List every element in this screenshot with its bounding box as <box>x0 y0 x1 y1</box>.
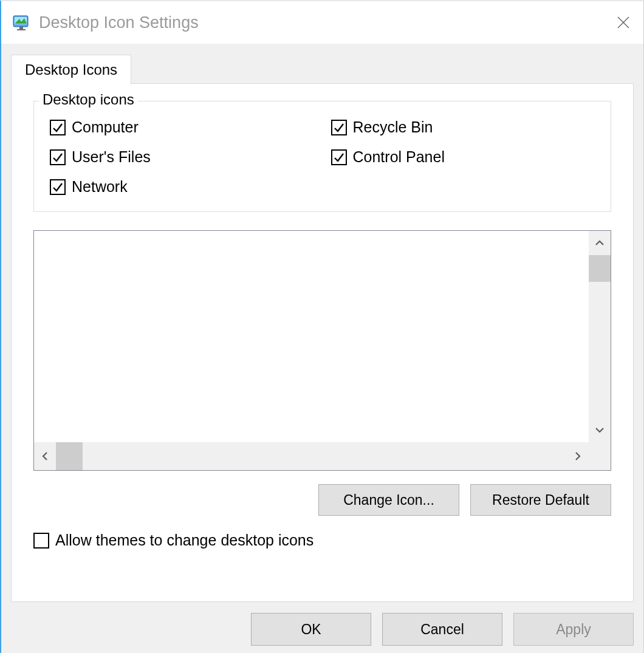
horizontal-scroll-thumb[interactable] <box>56 442 83 470</box>
scrollbar-corner <box>589 442 611 470</box>
checkbox-control-panel[interactable]: Control Panel <box>323 142 604 172</box>
chevron-down-icon <box>595 426 605 434</box>
checkbox-label: Allow themes to change desktop icons <box>55 532 313 549</box>
checkbox-label: Recycle Bin <box>353 118 433 136</box>
horizontal-scrollbar[interactable] <box>34 442 589 470</box>
close-button[interactable] <box>608 7 639 38</box>
tab-panel: Desktop icons Computer User's Files Netw… <box>11 83 634 602</box>
scroll-down-button[interactable] <box>589 418 611 442</box>
close-icon <box>617 16 630 29</box>
scroll-left-button[interactable] <box>34 442 56 470</box>
scroll-right-button[interactable] <box>567 442 589 470</box>
client-area: Desktop Icons Desktop icons Computer Use… <box>1 44 643 653</box>
chevron-up-icon <box>595 239 605 247</box>
tab-desktop-icons[interactable]: Desktop Icons <box>11 55 131 84</box>
checkbox-users-files[interactable]: User's Files <box>41 142 323 172</box>
footer-buttons: OK Cancel Apply <box>251 613 634 646</box>
checkbox-box[interactable] <box>50 149 66 165</box>
change-icon-button[interactable]: Change Icon... <box>318 484 459 516</box>
checkbox-recycle-bin[interactable]: Recycle Bin <box>323 112 604 142</box>
restore-default-button[interactable]: Restore Default <box>470 484 611 516</box>
checkbox-allow-themes[interactable]: Allow themes to change desktop icons <box>33 532 611 549</box>
checkbox-computer[interactable]: Computer <box>41 112 323 142</box>
chevron-right-icon <box>574 451 581 461</box>
titlebar: Desktop Icon Settings <box>1 1 643 44</box>
cancel-button[interactable]: Cancel <box>382 613 502 646</box>
apply-button[interactable]: Apply <box>513 613 634 646</box>
scroll-up-button[interactable] <box>589 231 611 255</box>
checkbox-label: Control Panel <box>353 148 445 166</box>
vertical-scrollbar[interactable] <box>589 231 611 442</box>
checkbox-box[interactable] <box>50 120 66 135</box>
icon-preview-list[interactable] <box>33 230 611 471</box>
chevron-left-icon <box>41 451 49 461</box>
checkbox-label: Computer <box>72 118 139 136</box>
checkbox-box[interactable] <box>331 149 347 165</box>
checkbox-box[interactable] <box>331 120 347 135</box>
checkbox-box[interactable] <box>50 179 66 195</box>
desktop-icons-group: Desktop icons Computer User's Files Netw… <box>33 101 611 212</box>
checkbox-label: User's Files <box>72 148 151 166</box>
ok-button[interactable]: OK <box>251 613 371 646</box>
svg-rect-2 <box>19 27 23 29</box>
vertical-scroll-thumb[interactable] <box>589 255 611 282</box>
checkbox-network[interactable]: Network <box>41 172 323 202</box>
group-legend: Desktop icons <box>39 91 138 108</box>
svg-rect-3 <box>17 29 26 30</box>
checkbox-label: Network <box>72 178 128 196</box>
checkbox-box[interactable] <box>33 533 49 549</box>
tab-header: Desktop Icons <box>11 55 131 84</box>
window-title: Desktop Icon Settings <box>39 13 608 32</box>
personalization-icon <box>12 13 30 32</box>
